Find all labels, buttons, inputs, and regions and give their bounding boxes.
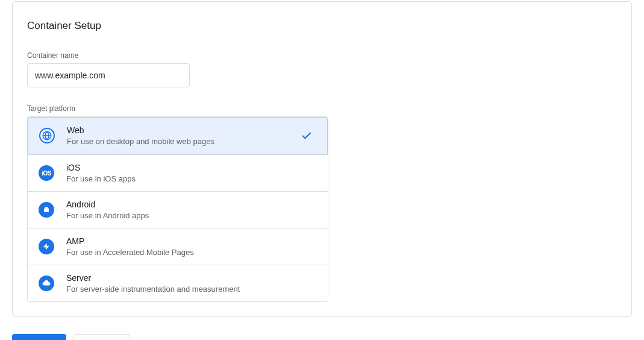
platform-title: AMP [66, 236, 317, 247]
platform-title: iOS [66, 162, 317, 173]
platform-description: For use in Accelerated Mobile Pages [66, 247, 317, 257]
platform-list: Web For use on desktop and mobile web pa… [27, 116, 328, 302]
cancel-button[interactable]: Cancel [73, 334, 130, 340]
platform-description: For use in Android apps [66, 210, 317, 221]
globe-icon [39, 128, 55, 143]
platform-option-ios[interactable]: iOS iOS For use in iOS apps [28, 154, 328, 191]
amp-icon [39, 239, 54, 254]
platform-text: Server For server-side instrumentation a… [66, 272, 317, 294]
check-icon [301, 130, 313, 142]
platform-text: Android For use in Android apps [66, 199, 317, 221]
platform-text: Web For use on desktop and mobile web pa… [67, 125, 301, 146]
card-title: Container Setup [27, 20, 617, 32]
platform-title: Server [66, 272, 317, 283]
container-name-input[interactable] [27, 63, 190, 87]
create-button[interactable]: Create [12, 334, 66, 340]
platform-option-android[interactable]: Android For use in Android apps [28, 191, 328, 228]
platform-option-amp[interactable]: AMP For use in Accelerated Mobile Pages [28, 228, 328, 265]
platform-title: Web [67, 125, 301, 136]
platform-description: For use in iOS apps [66, 174, 317, 184]
server-icon [39, 275, 54, 291]
platform-description: For server-side instrumentation and meas… [66, 284, 317, 294]
platform-title: Android [66, 199, 317, 210]
platform-text: AMP For use in Accelerated Mobile Pages [66, 236, 317, 257]
platform-text: iOS For use in iOS apps [66, 162, 317, 184]
platform-description: For use on desktop and mobile web pages [67, 136, 301, 146]
ios-icon: iOS [39, 165, 54, 181]
platform-option-web[interactable]: Web For use on desktop and mobile web pa… [28, 117, 328, 154]
container-name-label: Container name [27, 51, 617, 60]
button-row: Create Cancel [12, 334, 644, 340]
platform-option-server[interactable]: Server For server-side instrumentation a… [28, 265, 328, 301]
container-setup-card: Container Setup Container name Target pl… [12, 1, 632, 317]
target-platform-label: Target platform [27, 104, 617, 113]
android-icon [39, 202, 54, 218]
